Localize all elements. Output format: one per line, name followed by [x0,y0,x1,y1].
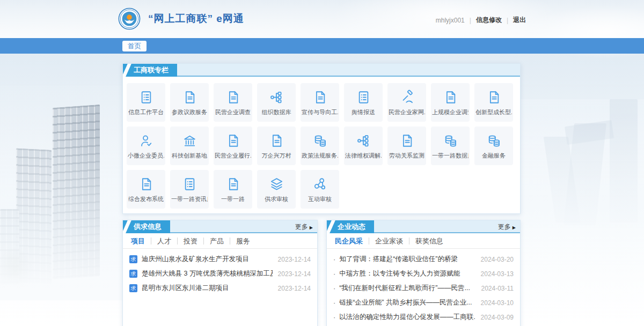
feature-label: 金融服务 [482,152,506,160]
item-title: 中瑞方胜：以专注铸专长为人力资源赋能 [339,269,475,278]
feature-card[interactable]: 信息工作平台 [127,83,165,122]
feature-label: 一带一路数据库 [432,152,469,160]
username: mhlyjx001 [436,17,465,24]
item-title: 迪庆州山泉水及矿泉水生产开发项目 [142,255,273,264]
feature-card[interactable]: 万企兴万村 [257,127,296,165]
feature-card[interactable]: 政策法规服务... [301,127,339,165]
feature-card[interactable]: 民营企业履行... [214,127,252,165]
nav-home-button[interactable]: 首页 [122,41,147,51]
item-date: 2023-12-14 [278,270,311,278]
feature-card[interactable]: 劳动关系监测 [387,127,426,165]
background-buildings [0,86,129,300]
feature-label: 科技创新基地 [172,152,207,160]
feature-label: 综合发布系统 [128,195,164,203]
panel-title-tab: 供求信息 [123,220,170,233]
feature-label: 劳动关系监测 [389,152,425,160]
doc-icon [138,175,154,192]
background-skyline [518,99,644,260]
feature-card[interactable]: 综合发布系统 [127,170,165,209]
site-title: “网上工商联” e网通 [148,12,244,26]
user-bar: mhlyjx001 | 信息修改 | 退出 [436,16,526,25]
feature-card[interactable]: 一带一路资讯库 [170,170,209,209]
doc-icon [486,88,502,106]
doc-icon [399,132,415,149]
bullet-icon: · [333,270,335,278]
bullet-icon: · [333,314,335,321]
feature-card[interactable]: 宣传与导向工... [301,83,339,122]
demand-badge: 求 [129,255,137,263]
feature-card[interactable]: 创新型成长型... [474,83,513,122]
tab-awards-info[interactable]: 获奖信息 [409,238,449,244]
more-arrow-icon: ▶ [310,225,313,230]
fog-overlay [518,99,644,260]
logout-link[interactable]: 退出 [513,16,526,25]
more-label: 更多 [295,223,308,231]
main-nav: 首页 [0,38,644,54]
bullet-icon: · [333,285,335,292]
tab-services[interactable]: 服务 [230,238,256,244]
item-date: 2023-12-14 [278,256,311,263]
page-header: “网上工商联” e网通 mhlyjx001 | 信息修改 | 退出 [0,0,644,38]
supply-list: 求 迪庆州山泉水及矿泉水生产开发项目 2023-12-14 求 楚雄州大姚县 3… [123,249,317,295]
more-link[interactable]: 更多▶ [498,220,516,233]
divider: | [470,17,471,24]
feature-label: 互动审核 [308,195,332,203]
feature-card[interactable]: 上规模企业调查 [431,83,470,122]
layers-icon [269,175,284,192]
item-title: 知了背调：搭建起“传递职业信任”的桥梁 [339,255,475,264]
supply-item[interactable]: 求 楚雄州大姚县 3 万吨优质薄壳核桃精深加工及科... 2023-12-14 [123,266,317,281]
feature-label: 供求审核 [265,195,288,203]
tab-private-enterprise[interactable]: 民企风采 [329,238,369,244]
bullet-icon: · [333,256,335,263]
feature-card[interactable]: 参政议政服务 [170,83,209,122]
doclist-icon [138,88,154,106]
feature-card[interactable]: 互动审核 [301,170,339,209]
supply-item[interactable]: 求 迪庆州山泉水及矿泉水生产开发项目 2023-12-14 [123,252,317,266]
db-icon [312,132,328,149]
edit-info-link[interactable]: 信息修改 [476,16,502,25]
feature-card[interactable]: 民营企业调查 [214,83,252,122]
share-icon [312,175,328,192]
tab-projects[interactable]: 项目 [125,238,151,244]
feature-card[interactable]: 供求审核 [257,170,296,209]
tab-products[interactable]: 产品 [203,238,230,244]
feature-card[interactable]: 组织数据库 [257,83,296,122]
feature-grid: 信息工作平台 参政议政服务 民营企业调查 组织数据库 宣传与导向工... 舆情报… [123,77,520,209]
feature-label: 组织数据库 [262,108,291,116]
org-icon [356,132,371,149]
news-item[interactable]: · “我们在新时代新征程上凯歌而行”——民营... 2024-03-11 [327,281,520,295]
news-list: · 知了背调：搭建起“传递职业信任”的桥梁 2024-03-20 · 中瑞方胜：… [327,249,520,324]
site-logo-icon [118,8,141,30]
news-item[interactable]: · 链接“企业所能” 共助乡村振兴——民营企业... 2024-03-10 [327,295,520,310]
feature-card[interactable]: 法律维权调解... [344,127,383,165]
news-item[interactable]: · 以法治的确定性助力提信心促发展——工商联... 2024-03-09 [327,310,520,324]
panel-header: 供求信息 更多▶ [123,220,317,233]
feature-label: 参政议政服务 [172,108,207,116]
bullet-icon: · [333,299,335,307]
more-link[interactable]: 更多▶ [295,220,313,233]
doclist-icon [182,175,197,192]
feature-card[interactable]: 一带一路 [214,170,252,209]
item-date: 2024-03-20 [481,256,514,263]
panel-header: 企业动态 更多▶ [327,220,520,233]
feature-label: 民营企业家网... [389,108,425,116]
supply-tabs: 项目 人才 投资 产品 服务 [123,233,317,249]
feature-card[interactable]: 科技创新基地 [170,127,209,165]
org-icon [269,88,284,106]
tab-invest[interactable]: 投资 [177,238,203,244]
more-label: 更多 [498,223,511,231]
supply-item[interactable]: 求 昆明市东川区东川港二期项目 2023-12-14 [123,281,317,295]
news-item[interactable]: · 知了背调：搭建起“传递职业信任”的桥梁 2024-03-20 [327,252,520,266]
feature-card[interactable]: 小微企业委员... [127,127,165,165]
tab-entrepreneur-talks[interactable]: 企业家谈 [369,238,409,244]
tab-talent[interactable]: 人才 [151,238,177,244]
feature-card[interactable]: 一带一路数据库 [431,127,470,165]
feature-label: 宣传与导向工... [302,108,338,116]
feature-label: 民营企业履行... [215,152,251,160]
news-item[interactable]: · 中瑞方胜：以专注铸专长为人力资源赋能 2024-03-13 [327,266,520,281]
feature-card[interactable]: 金融服务 [474,127,513,165]
feature-card[interactable]: 民营企业家网... [387,83,426,122]
news-tabs: 民企风采 企业家谈 获奖信息 [327,233,520,249]
feature-card[interactable]: 舆情报送 [344,83,383,122]
doc-icon [312,88,328,106]
